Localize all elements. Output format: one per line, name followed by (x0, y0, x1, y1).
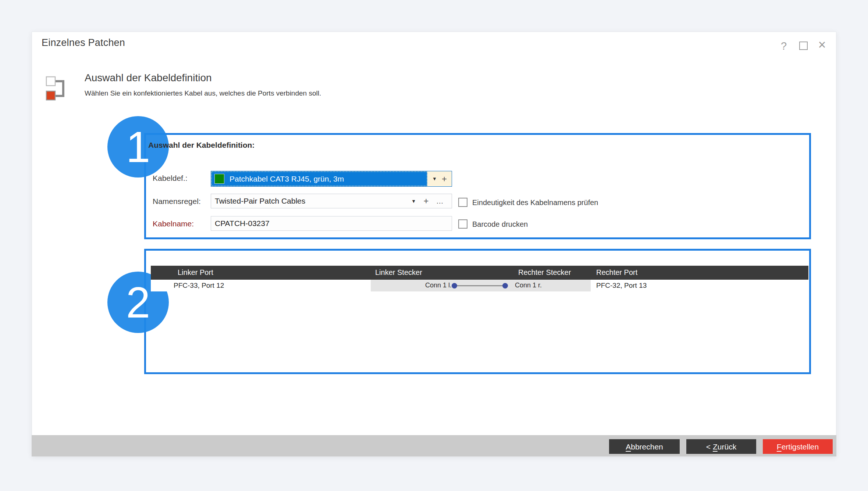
help-icon[interactable]: ? (776, 39, 792, 53)
namensregel-label: Namensregel: (153, 197, 201, 206)
rechter-stecker-cell: Conn 1 r. (515, 282, 542, 289)
chevron-down-icon[interactable]: ▼ (411, 198, 416, 204)
column-header-rechter-port[interactable]: Rechter Port (596, 268, 637, 277)
namensregel-value-text: Twisted-Pair Patch Cables (211, 197, 404, 205)
linker-stecker-cell: Conn 1 l. (424, 282, 452, 289)
uniqueness-checkbox[interactable] (458, 198, 467, 207)
uniqueness-checkbox-label: Eindeutigkeit des Kabelnamens prüfen (472, 198, 598, 207)
cable-color-swatch (214, 174, 224, 184)
finish-button[interactable]: Fertigstellen (763, 439, 833, 454)
add-cable-definition-button[interactable]: + (442, 175, 447, 183)
linker-port-cell: PFC-33, Port 12 (174, 282, 224, 290)
kabeldef-combobox[interactable]: Patchkabel CAT3 RJ45, grün, 3m ▼ + (211, 171, 452, 187)
step2-number: 2 (126, 281, 150, 324)
chevron-down-icon[interactable]: ▼ (432, 176, 437, 182)
page-title: Auswahl der Kabeldefinition (85, 72, 212, 84)
rechter-port-cell: PFC-32, Port 13 (596, 282, 647, 290)
maximize-icon[interactable] (799, 42, 808, 50)
namensregel-combo-buttons: ▼ + … (404, 197, 452, 205)
stecker-connection-cell: Conn 1 l. Conn 1 r. (371, 280, 591, 291)
section-label: Auswahl der Kabeldefinition: (148, 141, 255, 150)
kabeldef-selected-value[interactable]: Patchkabel CAT3 RJ45, grün, 3m (211, 171, 427, 186)
back-button[interactable]: < Zurück (686, 439, 756, 454)
kabeldef-combo-buttons: ▼ + (427, 171, 452, 186)
step1-number: 1 (126, 125, 150, 169)
page-subtitle: Wählen Sie ein konfektioniertes Kabel au… (85, 89, 321, 97)
kabelname-input[interactable] (211, 216, 452, 231)
column-header-linker-stecker[interactable]: Linker Stecker (375, 268, 422, 277)
cable-line (454, 285, 505, 286)
add-naming-rule-button[interactable]: + (423, 197, 428, 205)
right-connector-dot-icon (502, 283, 508, 288)
kabelname-label: Kabelname: (153, 219, 194, 228)
window-title: Einzelnes Patchen (42, 37, 125, 49)
column-header-linker-port[interactable]: Linker Port (178, 268, 213, 277)
cancel-button[interactable]: Abbrechen (609, 439, 680, 454)
close-icon[interactable]: × (814, 37, 830, 53)
more-options-button[interactable]: … (436, 197, 444, 205)
left-connector-dot-icon (452, 283, 457, 288)
patch-step-icon (43, 72, 68, 105)
table-row[interactable]: PFC-33, Port 12 Conn 1 l. Conn 1 r. PFC-… (151, 280, 808, 291)
namensregel-combobox[interactable]: Twisted-Pair Patch Cables ▼ + … (211, 194, 452, 208)
barcode-checkbox-label: Barcode drucken (472, 220, 528, 229)
kabeldef-label: Kabeldef.: (153, 174, 188, 183)
barcode-checkbox[interactable] (458, 219, 467, 229)
connection-table-header: Linker Port Linker Stecker Rechter Steck… (151, 266, 808, 280)
kabeldef-value-text: Patchkabel CAT3 RJ45, grün, 3m (230, 175, 344, 183)
column-header-rechter-stecker[interactable]: Rechter Stecker (518, 268, 571, 277)
